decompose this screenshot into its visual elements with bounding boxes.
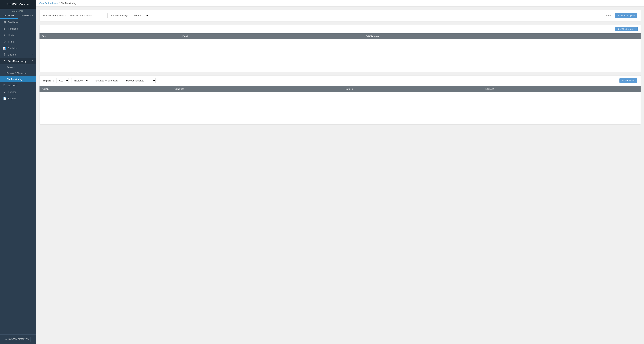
tests-col-edit-remove: Edit/Remove [363,33,640,39]
back-button[interactable]: ← Back [600,13,614,18]
sidebar-item-backup[interactable]: 🗄 Backup › [0,51,36,58]
sidebar-item-label: Geo-Redundancy [8,60,26,62]
hosts-icon: 🖥 [3,34,6,36]
chevron-right-icon: › [32,53,33,56]
breadcrumb: Geo-Redundancy / Site Monitoring [36,0,644,6]
chevron-down-icon: ˅ [32,60,33,62]
sidebar-sub-item-label: Site Monitoring [6,78,22,80]
tests-col-test: Test [40,33,180,39]
dashboard-icon: ▦ [3,21,6,23]
site-monitoring-name-input[interactable] [68,13,108,18]
tests-col-details: Details [180,33,363,39]
sidebar-item-label: sipPROT [8,84,18,87]
main-content: Geo-Redundancy / Site Monitoring Site Mo… [36,0,644,344]
chevron-right-icon: › [32,84,33,86]
triggers-section: Triggers if: ALL ANY Takeover Failback N… [39,75,641,125]
site-monitoring-name-group: Site Monitoring Name: [43,13,108,18]
arrow-left-icon: ← [602,14,605,17]
gear-icon: ⚙ [618,28,620,30]
actions-table-body [40,92,640,124]
tests-table: Test Details Edit/Remove [40,33,640,72]
schedule-every-group: Schedule every: 1 minute 5 minutes 10 mi… [111,13,149,18]
app-logo: SERVERware [0,0,36,9]
sidebar-item-partitions[interactable]: ⊞ Partitions [0,25,36,32]
system-settings-label: SYSTEM SETTINGS [8,338,29,341]
triggers-if-label: Triggers if: [43,79,54,82]
sidebar-nav: ▦ Dashboard ⊞ Partitions 🖥 Hosts ⬡ VPSs … [0,19,36,335]
statistics-icon: 📊 [3,47,6,49]
sidebar-item-dashboard[interactable]: ▦ Dashboard [0,19,36,25]
main-menu-label: MAIN MENU [0,9,36,13]
sidebar-item-label: Reports [8,97,16,100]
sidebar-sub-item-label: Browse & Takeover [6,72,27,75]
actions-col-details: Details [343,86,483,92]
actions-col-action: Action [40,86,172,92]
site-monitoring-name-label: Site Monitoring Name: [43,14,66,17]
top-form-bar: Site Monitoring Name: Schedule every: 1 … [39,10,641,21]
actions-empty-row [40,92,640,124]
template-group: Template for takeover: -- Takeover Templ… [94,78,156,83]
caret-down-icon: ▾ [634,28,635,30]
template-for-takeover-label: Template for takeover: [94,79,118,82]
tests-table-body [40,39,640,72]
sidebar-item-label: Hosts [8,34,14,36]
system-settings-button[interactable]: ⚙ SYSTEM SETTINGS [3,337,31,342]
takeover-template-select[interactable]: -- Takeover Template -- [120,78,156,83]
breadcrumb-geo-redundancy[interactable]: Geo-Redundancy [39,2,58,4]
settings-icon: ⚙ [3,90,6,93]
sidebar-item-hosts[interactable]: 🖥 Hosts [0,32,36,38]
triggers-action-select[interactable]: Takeover Failback Notify [71,78,88,83]
tab-partitions[interactable]: PARTITIONS [18,13,36,19]
tests-empty-row [40,39,640,72]
sipprot-icon: 🛡 [3,84,6,87]
sidebar-sub-item-servers[interactable]: Servers [0,64,36,70]
schedule-every-label: Schedule every: [111,14,128,17]
sidebar-item-sipprot[interactable]: 🛡 sipPROT › [0,82,36,89]
reports-icon: 📄 [3,97,6,100]
plus-icon: ⊕ [622,79,624,82]
triggers-bar: Triggers if: ALL ANY Takeover Failback N… [40,75,640,86]
sidebar-item-label: VPSs [8,40,14,43]
tests-section: ⚙ Add Site Test ▾ Test Details Edit/Remo… [39,25,641,72]
chevron-right-icon: › [32,91,33,93]
partitions-icon: ⊞ [3,27,6,30]
gear-icon: ⚙ [5,338,7,341]
tests-table-header: Test Details Edit/Remove [40,33,640,39]
save-apply-button[interactable]: ✔ Save & Apply [615,13,637,18]
sidebar-item-label: Dashboard [8,21,20,23]
schedule-every-select[interactable]: 1 minute 5 minutes 10 minutes 30 minutes… [130,13,149,18]
sidebar: SERVERware MAIN MENU NETWORK PARTITIONS … [0,0,36,344]
triggers-all-select[interactable]: ALL ANY [56,78,69,83]
tab-network[interactable]: NETWORK [0,13,18,19]
geo-redundancy-icon: ⚙ [3,60,6,62]
add-action-button[interactable]: ⊕ Add Action [620,78,637,83]
tests-section-header: ⚙ Add Site Test ▾ [40,25,640,33]
breadcrumb-separator: / [59,2,60,4]
sidebar-item-settings[interactable]: ⚙ Settings › [0,89,36,95]
action-buttons: ← Back ✔ Save & Apply [600,13,637,18]
vpss-icon: ⬡ [3,40,6,43]
chevron-right-icon: › [32,97,33,99]
sidebar-sub-item-label: Servers [6,66,14,69]
sidebar-item-reports[interactable]: 📄 Reports › [0,95,36,102]
sidebar-sub-item-site-monitoring[interactable]: Site Monitoring [0,76,36,82]
actions-col-condition: Condition [172,86,343,92]
back-label: Back [606,14,611,17]
add-site-test-button[interactable]: ⚙ Add Site Test ▾ [615,27,638,31]
actions-table: Action Condition Details Remove [40,86,640,124]
sidebar-item-label: Settings [8,91,16,93]
sidebar-item-vpss[interactable]: ⬡ VPSs [0,38,36,45]
sidebar-sub-item-browse-takeover[interactable]: Browse & Takeover [0,70,36,76]
sidebar-item-geo-redundancy[interactable]: ⚙ Geo-Redundancy ˅ [0,58,36,64]
add-site-test-label: Add Site Test [620,28,633,30]
backup-icon: 🗄 [3,53,6,56]
actions-col-remove: Remove [483,86,640,92]
sidebar-footer: ⚙ SYSTEM SETTINGS [0,335,36,344]
check-icon: ✔ [618,14,620,17]
sidebar-item-label: Backup [8,53,16,56]
sidebar-item-statistics[interactable]: 📊 Statistics [0,45,36,51]
save-apply-label: Save & Apply [621,14,634,17]
add-action-label: Add Action [625,79,635,82]
breadcrumb-site-monitoring: Site Monitoring [60,2,76,4]
sidebar-tabs: NETWORK PARTITIONS [0,13,36,19]
